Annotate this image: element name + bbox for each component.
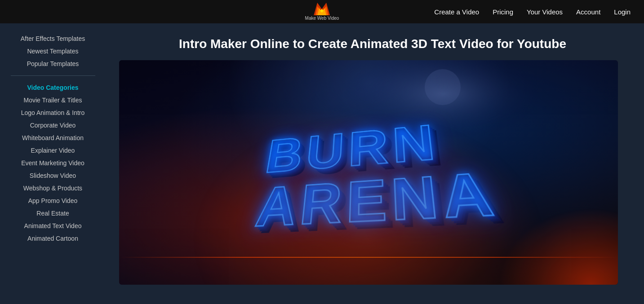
page-title: Intro Maker Online to Create Animated 3D… <box>119 37 626 51</box>
sidebar-item-newest-templates[interactable]: Newest Templates <box>0 45 106 57</box>
sidebar-item-webshop-products[interactable]: Webshop & Products <box>0 182 106 194</box>
sidebar-item-movie-trailer-titles[interactable]: Movie Trailer & Titles <box>0 94 106 106</box>
page-layout: After Effects Templates Newest Templates… <box>0 23 644 298</box>
main-content: Intro Maker Online to Create Animated 3D… <box>106 23 644 298</box>
sidebar-item-animated-text-video[interactable]: Animated Text Video <box>0 220 106 232</box>
header-nav: Create a Video Pricing Your Videos Accou… <box>434 8 631 16</box>
sidebar-item-animated-cartoon[interactable]: Animated Cartoon <box>0 232 106 245</box>
video-hero-inner: BURNARENA <box>119 60 618 285</box>
header: Make Web Video Create a Video Pricing Yo… <box>0 0 644 23</box>
video-hero[interactable]: BURNARENA <box>119 60 618 285</box>
sidebar-item-logo-animation-intro[interactable]: Logo Animation & Intro <box>0 106 106 119</box>
sidebar-divider <box>11 75 95 76</box>
nav-pricing[interactable]: Pricing <box>493 8 513 16</box>
nav-login[interactable]: Login <box>614 8 631 16</box>
nav-your-videos[interactable]: Your Videos <box>527 8 563 16</box>
sidebar-item-app-promo-video[interactable]: App Promo Video <box>0 194 106 207</box>
sidebar-item-real-estate[interactable]: Real Estate <box>0 207 106 220</box>
sidebar-item-event-marketing-video[interactable]: Event Marketing Video <box>0 157 106 169</box>
hero-red-glow <box>483 195 618 285</box>
logo-text: Make Web Video <box>305 16 339 21</box>
sidebar-section-title: Video Categories <box>0 81 106 94</box>
sidebar-item-slideshow-video[interactable]: Slideshow Video <box>0 169 106 182</box>
site-logo[interactable]: Make Web Video <box>305 3 339 21</box>
logo-icon <box>314 3 330 15</box>
sidebar-item-whiteboard-animation[interactable]: Whiteboard Animation <box>0 132 106 144</box>
sidebar-item-popular-templates[interactable]: Popular Templates <box>0 57 106 70</box>
sidebar-item-after-effects-templates[interactable]: After Effects Templates <box>0 32 106 45</box>
sidebar: After Effects Templates Newest Templates… <box>0 23 106 298</box>
nav-account[interactable]: Account <box>576 8 600 16</box>
sidebar-item-explainer-video[interactable]: Explainer Video <box>0 144 106 157</box>
nav-create-video[interactable]: Create a Video <box>434 8 479 16</box>
sidebar-item-corporate-video[interactable]: Corporate Video <box>0 119 106 132</box>
